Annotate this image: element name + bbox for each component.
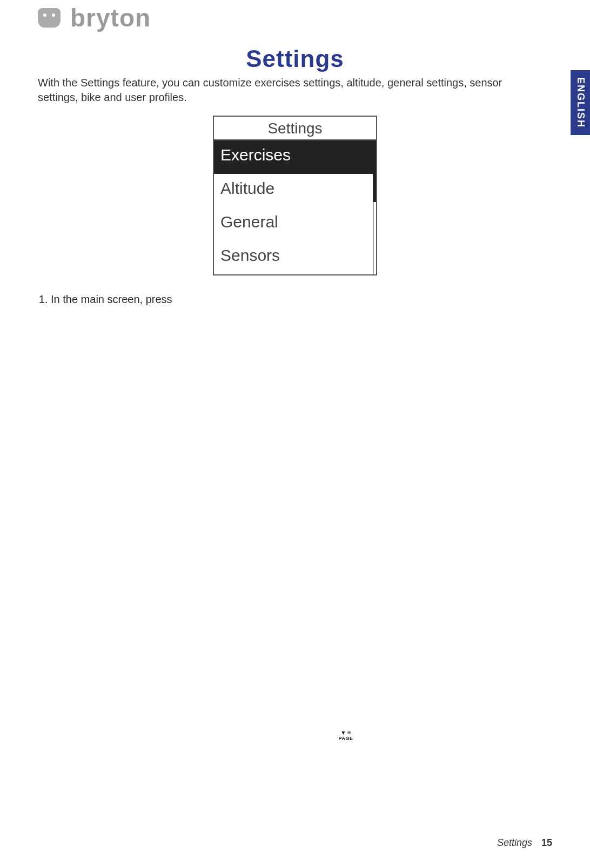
settings-screen-title: Settings (214, 117, 376, 140)
footer-page: 15 (541, 837, 552, 848)
scrollbar-thumb[interactable] (373, 143, 376, 202)
language-tab: ENGLISH (571, 70, 590, 135)
header: bryton (38, 3, 552, 32)
text: In the main screen, press (51, 293, 172, 305)
page-button-icon: PAGE (51, 308, 590, 868)
menu-item-exercises[interactable]: Exercises (214, 140, 376, 174)
settings-steps: In the main screen, press PAGE to select… (38, 291, 552, 868)
intro-text: With the Settings feature, you can custo… (38, 76, 535, 105)
brand-logo-icon (38, 8, 61, 28)
footer-section: Settings (497, 837, 532, 848)
menu-item-general[interactable]: General (214, 207, 376, 241)
footer: Settings 15 (497, 837, 552, 849)
menu-item-altitude[interactable]: Altitude (214, 174, 376, 207)
menu-item-sensors[interactable]: Sensors (214, 241, 376, 274)
settings-menu: Exercises Altitude General Sensors (214, 140, 376, 274)
page-title: Settings (38, 45, 552, 72)
brand-name: bryton (70, 3, 151, 32)
settings-screen: Settings Exercises Altitude General Sens… (213, 116, 377, 275)
page: bryton ENGLISH Settings With the Setting… (0, 0, 590, 868)
settings-scrollbar[interactable] (372, 143, 376, 274)
settings-step-1: In the main screen, press PAGE to select… (51, 291, 552, 868)
